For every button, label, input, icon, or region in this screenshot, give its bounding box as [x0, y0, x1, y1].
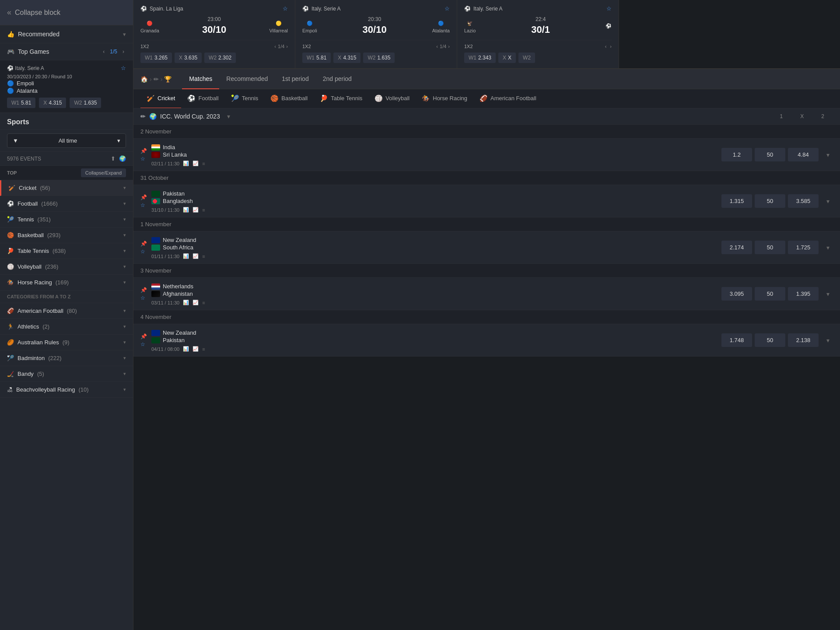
edit-icon[interactable]: ✏: [154, 76, 159, 83]
odd2-cell[interactable]: 3.585: [788, 194, 819, 208]
x-odd[interactable]: XX: [498, 52, 516, 63]
sport-tab-basketball[interactable]: 🏀 Basketball: [264, 89, 314, 108]
odd2-cell[interactable]: 1.725: [788, 241, 819, 254]
nav-tab-2nd-period[interactable]: 2nd period: [316, 69, 359, 89]
x-odd[interactable]: X3.635: [175, 52, 202, 63]
prev-btn[interactable]: ‹: [274, 44, 276, 49]
expand-button[interactable]: ▾: [823, 290, 833, 298]
recommended-row[interactable]: 👍 Recommended ▾: [0, 25, 133, 43]
oddx-cell[interactable]: 50: [755, 241, 785, 254]
chart-bar-icon[interactable]: 📊: [183, 207, 189, 213]
expand-button[interactable]: ▾: [823, 337, 833, 344]
sport-tab-horse-racing[interactable]: 🏇 Horse Racing: [416, 89, 473, 108]
sport-tab-tennis[interactable]: 🎾 Tennis: [225, 89, 265, 108]
pin-icon[interactable]: 📌: [140, 287, 147, 293]
expand-button[interactable]: ▾: [823, 244, 833, 251]
w1-button[interactable]: W1 5.81: [7, 98, 35, 108]
category-item-badminton[interactable]: 🏸 Badminton (222) ▾: [0, 350, 133, 366]
sport-tab-volleyball[interactable]: 🏐 Volleyball: [368, 89, 416, 108]
category-item-australian-rules[interactable]: 🏉 Australian Rules (9) ▾: [0, 335, 133, 350]
favorite-star[interactable]: ☆: [606, 5, 612, 12]
w1-odd[interactable]: W12.343: [464, 52, 496, 63]
favorite-star[interactable]: ☆: [444, 5, 450, 12]
nav-tab-recommended[interactable]: Recommended: [219, 69, 275, 89]
category-item-beachvolleyball-racing[interactable]: 🏖 Beachvolleyball Racing (10) ▾: [0, 382, 133, 398]
star-icon[interactable]: ☆: [140, 341, 147, 347]
next-page-button[interactable]: ›: [121, 48, 126, 56]
list-icon[interactable]: ≡: [202, 254, 205, 259]
home-icon[interactable]: 🏠: [140, 76, 148, 83]
sidebar-sport-item-basketball[interactable]: 🏀 Basketball (293) ▾: [0, 228, 133, 243]
list-icon[interactable]: ≡: [202, 346, 205, 352]
list-icon[interactable]: ≡: [202, 207, 205, 213]
odd1-cell[interactable]: 1.2: [721, 148, 752, 161]
odd1-cell[interactable]: 1.748: [721, 333, 752, 347]
star-icon[interactable]: ☆: [140, 248, 147, 255]
sort-icon[interactable]: ⬆: [111, 155, 116, 162]
favorite-star[interactable]: ☆: [283, 5, 288, 12]
w1-odd[interactable]: W13.265: [140, 52, 172, 63]
globe-icon[interactable]: 🌍: [119, 155, 126, 162]
odd1-cell[interactable]: 3.095: [721, 287, 752, 301]
filter-select[interactable]: ▼ All time ▾: [7, 133, 126, 148]
pin-icon[interactable]: 📌: [140, 241, 147, 247]
category-item-athletics[interactable]: 🏃 Athletics (2) ▾: [0, 319, 133, 335]
w2-button[interactable]: W2 1.635: [70, 98, 101, 108]
chart-line-icon[interactable]: 📈: [192, 207, 199, 213]
oddx-cell[interactable]: 50: [755, 148, 785, 161]
collapse-block-button[interactable]: « Collapse block: [0, 0, 133, 25]
expand-icon[interactable]: ▾: [227, 113, 230, 120]
star-icon[interactable]: ☆: [140, 202, 147, 208]
odd1-cell[interactable]: 1.315: [721, 194, 752, 208]
chart-line-icon[interactable]: 📈: [192, 161, 199, 166]
w1-odd[interactable]: W15.81: [302, 52, 331, 63]
sidebar-sport-item-tennis[interactable]: 🎾 Tennis (351) ▾: [0, 212, 133, 228]
chart-line-icon[interactable]: 📈: [192, 253, 199, 259]
collapse-expand-button[interactable]: Collapse/Expand: [81, 168, 126, 177]
x-button[interactable]: X 4.315: [39, 98, 66, 108]
oddx-cell[interactable]: 50: [755, 333, 785, 347]
oddx-cell[interactable]: 50: [755, 287, 785, 301]
w2-odd[interactable]: W21.635: [363, 52, 395, 63]
pin-icon[interactable]: 📌: [140, 148, 147, 154]
next-btn[interactable]: ›: [286, 44, 288, 49]
sidebar-sport-item-volleyball[interactable]: 🏐 Volleyball (236) ▾: [0, 259, 133, 275]
sidebar-sport-item-football[interactable]: ⚽ Football (1666) ▾: [0, 196, 133, 212]
chart-bar-icon[interactable]: 📊: [183, 161, 189, 166]
sport-tab-football[interactable]: ⚽ Football: [181, 89, 224, 108]
expand-button[interactable]: ▾: [823, 198, 833, 205]
sidebar-sport-item-horse-racing[interactable]: 🏇 Horse Racing (169) ▾: [0, 275, 133, 290]
list-icon[interactable]: ≡: [202, 161, 205, 166]
chart-line-icon[interactable]: 📈: [192, 300, 199, 305]
category-item-bandy[interactable]: 🏒 Bandy (5) ▾: [0, 366, 133, 382]
chart-bar-icon[interactable]: 📊: [183, 300, 189, 305]
odd1-cell[interactable]: 2.174: [721, 241, 752, 254]
odd2-cell[interactable]: 1.395: [788, 287, 819, 301]
sport-tab-cricket[interactable]: 🏏 Cricket: [140, 89, 181, 108]
oddx-cell[interactable]: 50: [755, 194, 785, 208]
chart-bar-icon[interactable]: 📊: [183, 346, 189, 352]
pin-icon[interactable]: 📌: [140, 194, 147, 200]
sport-tab-american-football[interactable]: 🏈 American Football: [473, 89, 542, 108]
sport-tab-table-tennis[interactable]: 🏓 Table Tennis: [314, 89, 368, 108]
prev-page-button[interactable]: ‹: [101, 48, 106, 56]
list-icon[interactable]: ≡: [202, 300, 205, 305]
nav-tab-matches[interactable]: Matches: [182, 69, 219, 89]
next-btn[interactable]: ›: [448, 44, 450, 49]
sidebar-sport-item-table-tennis[interactable]: 🏓 Table Tennis (638) ▾: [0, 243, 133, 259]
nav-tab-1st-period[interactable]: 1st period: [275, 69, 315, 89]
star-icon[interactable]: ☆: [140, 295, 147, 301]
category-item-american-football[interactable]: 🏈 American Football (80) ▾: [0, 303, 133, 319]
w2-odd[interactable]: W2: [518, 52, 535, 63]
x-odd[interactable]: X4.315: [333, 52, 360, 63]
star-icon[interactable]: ☆: [140, 156, 147, 162]
next-btn[interactable]: ›: [610, 44, 612, 49]
star-icon[interactable]: ☆: [121, 65, 126, 71]
chart-line-icon[interactable]: 📈: [192, 346, 199, 352]
pin-icon[interactable]: 📌: [140, 333, 147, 340]
trophy-icon[interactable]: 🏆: [164, 76, 172, 83]
odd2-cell[interactable]: 2.138: [788, 333, 819, 347]
odd2-cell[interactable]: 4.84: [788, 148, 819, 161]
prev-btn[interactable]: ‹: [436, 44, 438, 49]
prev-btn[interactable]: ‹: [605, 44, 607, 49]
